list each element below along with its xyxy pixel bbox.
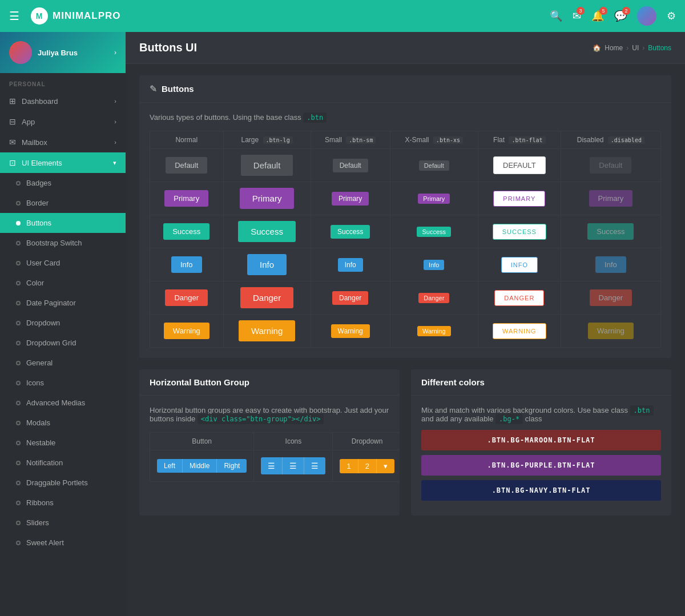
sidebar-item-mailbox[interactable]: ✉ Mailbox › — [0, 132, 126, 152]
hamburger-icon[interactable]: ☰ — [9, 9, 19, 23]
buttons-card-title: Buttons — [162, 84, 194, 94]
dot-icon — [16, 361, 21, 365]
sidebar-item-sweet-alert[interactable]: Sweet Alert — [0, 533, 126, 553]
sidebar-item-modals[interactable]: Modals — [0, 413, 126, 433]
sidebar-item-nestable[interactable]: Nestable — [0, 433, 126, 453]
btn-info-flat[interactable]: INFO — [501, 257, 538, 273]
btn-success-small[interactable]: Success — [331, 225, 370, 239]
btn-danger-xsmall[interactable]: Danger — [418, 293, 449, 303]
dashboard-icon: ⊞ — [9, 96, 16, 106]
mail-icon[interactable]: ✉ 3 — [573, 10, 581, 22]
sidebar-item-label: Draggable Portlets — [26, 478, 88, 487]
btn-info-xsmall[interactable]: Info — [424, 260, 444, 270]
sidebar-item-date-paginator[interactable]: Date Paginator — [0, 293, 126, 313]
sidebar-item-dropdown-grid[interactable]: Dropdown Grid — [0, 333, 126, 353]
btn-middle[interactable]: Middle — [183, 459, 217, 473]
sidebar-item-advanced-medias[interactable]: Advanced Medias — [0, 393, 126, 413]
layout: Juliya Brus › PERSONAL ⊞ Dashboard › ⊟ A… — [0, 32, 685, 616]
btn-left[interactable]: Left — [157, 459, 183, 473]
btn-success-normal[interactable]: Success — [163, 223, 209, 240]
btn-bg-navy[interactable]: .BTN.BG-NAVY.BTN-FLAT — [421, 480, 661, 501]
btn-success-flat[interactable]: SUCCESS — [493, 224, 546, 240]
sidebar-item-notification[interactable]: Notification — [0, 453, 126, 473]
buttons-table: Normal Large .btn-lg Small .btn-sm X-Sma… — [150, 131, 661, 348]
btn-num-dropdown[interactable]: ▾ — [377, 459, 394, 473]
settings-icon[interactable]: ⚙ — [667, 10, 676, 22]
hbg-table: Button Icons Dropdown Left — [150, 432, 400, 482]
btn-icon-1[interactable]: ☰ — [261, 457, 283, 474]
btn-default-large[interactable]: Default — [241, 155, 293, 176]
table-row: Primary Primary Primary Primary PRIMARY … — [150, 182, 661, 215]
btn-info-large[interactable]: Info — [247, 254, 287, 275]
sidebar-item-ribbons[interactable]: Ribbons — [0, 493, 126, 513]
sidebar-item-badges[interactable]: Badges — [0, 173, 126, 193]
btn-num-1[interactable]: 1 — [340, 459, 358, 473]
breadcrumb-ui[interactable]: UI — [632, 44, 639, 52]
btn-cell: Primary — [561, 182, 660, 215]
search-icon[interactable]: 🔍 — [550, 10, 562, 22]
sidebar-item-label: Mailbox — [22, 138, 47, 147]
btn-danger-small[interactable]: Danger — [332, 291, 368, 305]
sidebar-item-draggable-portlets[interactable]: Draggable Portlets — [0, 473, 126, 493]
btn-icon-3[interactable]: ☰ — [304, 457, 325, 474]
btn-bg-purple[interactable]: .BTN.BG-PURPLE.BTN-FLAT — [421, 455, 661, 476]
btn-icon-2[interactable]: ☰ — [283, 457, 304, 474]
btn-cell: Info — [561, 248, 660, 281]
sidebar-item-bootstrap-switch[interactable]: Bootstrap Switch — [0, 233, 126, 253]
btn-default-xsmall[interactable]: Default — [419, 160, 449, 171]
sidebar-item-general[interactable]: General — [0, 353, 126, 373]
sidebar-item-border[interactable]: Border — [0, 193, 126, 213]
diff-colors-header: Different colors — [411, 369, 671, 396]
col-disabled: Disabled .disabled — [561, 131, 660, 149]
sidebar-item-app[interactable]: ⊟ App › — [0, 111, 126, 132]
diff-bg-class: .bg-* — [495, 414, 523, 424]
sidebar-item-ui-elements[interactable]: ⊡ UI Elements ▾ — [0, 152, 126, 173]
btn-right[interactable]: Right — [217, 459, 247, 473]
btn-success-xsmall[interactable]: Success — [417, 227, 451, 237]
btn-warning-small[interactable]: Warning — [331, 324, 370, 338]
avatar[interactable] — [637, 6, 656, 26]
btn-danger-normal[interactable]: Danger — [165, 289, 208, 306]
hbg-row: Left Middle Right ☰ ☰ — [150, 450, 400, 482]
sidebar-item-icons[interactable]: Icons — [0, 373, 126, 393]
btn-warning-normal[interactable]: Warning — [164, 323, 209, 339]
breadcrumb-home[interactable]: Home — [605, 44, 623, 52]
btn-primary-normal[interactable]: Primary — [164, 190, 208, 207]
sidebar-user[interactable]: Juliya Brus › — [0, 32, 126, 73]
btn-bg-maroon[interactable]: .BTN.BG-MAROON.BTN-FLAT — [421, 430, 661, 450]
btn-danger-large[interactable]: Danger — [240, 287, 293, 308]
dot-icon — [16, 521, 21, 525]
btn-danger-flat[interactable]: DANGER — [494, 290, 544, 306]
btn-warning-large[interactable]: Warning — [239, 320, 295, 341]
btn-primary-small[interactable]: Primary — [332, 192, 369, 206]
sidebar-item-dropdown[interactable]: Dropdown — [0, 313, 126, 333]
btn-num-2[interactable]: 2 — [358, 459, 377, 473]
btn-cell: Default — [390, 149, 478, 182]
table-header-row: Normal Large .btn-lg Small .btn-sm X-Sma… — [150, 131, 661, 149]
btn-primary-xsmall[interactable]: Primary — [418, 194, 450, 204]
bell-icon[interactable]: 🔔 5 — [591, 10, 604, 22]
btn-warning-flat[interactable]: WARNING — [493, 323, 546, 339]
btn-cell: Success — [150, 215, 224, 248]
btn-info-small[interactable]: Info — [338, 258, 363, 272]
sidebar-item-dashboard[interactable]: ⊞ Dashboard › — [0, 91, 126, 111]
btn-warning-xsmall[interactable]: Warning — [417, 326, 451, 336]
dot-icon — [16, 201, 21, 206]
btn-info-normal[interactable]: Info — [171, 256, 202, 273]
table-row: Warning Warning Warning Warning WARNING … — [150, 315, 661, 348]
btn-success-large[interactable]: Success — [238, 221, 296, 242]
dot-icon — [16, 441, 21, 445]
sidebar-item-sliders[interactable]: Sliders — [0, 513, 126, 533]
btn-primary-flat[interactable]: PRIMARY — [493, 191, 545, 207]
sidebar-item-buttons[interactable]: Buttons — [0, 213, 126, 233]
btn-default-normal[interactable]: Default — [166, 157, 207, 174]
btn-primary-large[interactable]: Primary — [240, 188, 295, 209]
chat-icon[interactable]: 💬 2 — [614, 10, 627, 22]
btn-default-flat[interactable]: DEFAULT — [493, 156, 546, 174]
btn-default-small[interactable]: Default — [333, 159, 368, 172]
sidebar-item-label: Color — [26, 279, 44, 287]
sidebar: Juliya Brus › PERSONAL ⊞ Dashboard › ⊟ A… — [0, 32, 126, 616]
sidebar-item-user-card[interactable]: User Card — [0, 253, 126, 273]
chevron-right-icon: › — [114, 118, 116, 125]
sidebar-item-color[interactable]: Color — [0, 273, 126, 293]
